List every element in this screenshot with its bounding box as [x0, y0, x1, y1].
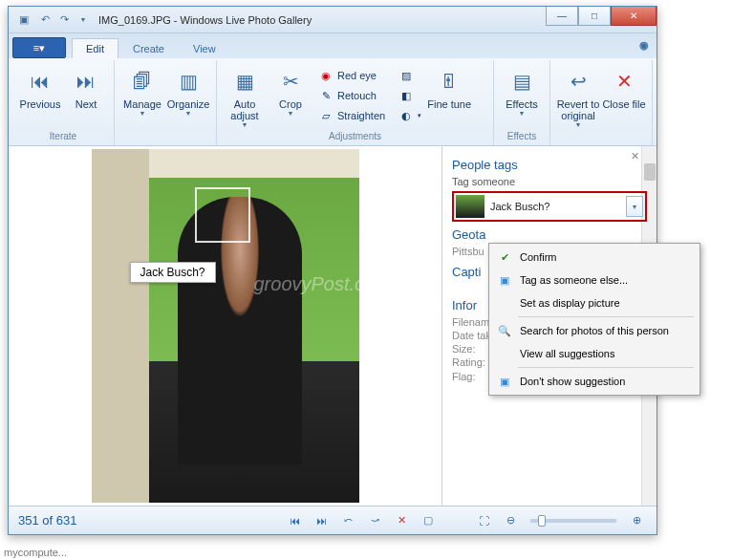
menu-tag-as-else[interactable]: ▣ Tag as someone else... — [491, 269, 698, 291]
titlebar: ▣ ↶ ↷ ▼ IMG_0169.JPG - Windows Live Phot… — [9, 7, 657, 33]
group-label-iterate: Iterate — [18, 131, 108, 143]
help-icon[interactable]: ◉ — [639, 39, 649, 52]
skip-forward-icon: ⏭ — [71, 66, 101, 97]
menu-separator — [518, 316, 694, 317]
close-button[interactable]: ✕ — [611, 7, 657, 26]
color-button[interactable]: ◧ — [395, 86, 425, 105]
red-eye-button[interactable]: ◉Red eye — [314, 66, 389, 85]
search-icon: 🔍 — [497, 323, 512, 338]
menu-confirm-label: Confirm — [520, 251, 557, 263]
taskbar-item[interactable]: mycompute... — [0, 545, 71, 560]
menu-search-label: Search for photos of this person — [520, 325, 669, 336]
menu-confirm[interactable]: ✔ Confirm — [491, 246, 698, 269]
skip-back-icon: ⏮ — [25, 66, 55, 97]
first-button[interactable]: ⏮ — [284, 511, 305, 530]
app-icon: ▣ — [16, 12, 32, 28]
zoom-in-button[interactable]: ⊕ — [626, 511, 647, 530]
previous-button[interactable]: ⏮ Previous — [18, 62, 62, 129]
menu-tag-as-label: Tag as someone else... — [520, 274, 628, 286]
crop-icon: ✂ — [275, 66, 306, 97]
window-title: IMG_0169.JPG - Windows Live Photo Galler… — [98, 14, 312, 26]
minimize-button[interactable]: — — [546, 7, 578, 26]
qat-dropdown-icon[interactable]: ▼ — [75, 12, 91, 28]
auto-adjust-button[interactable]: ▦ Auto adjust ▼ — [223, 62, 267, 129]
straighten-label: Straighten — [337, 110, 385, 121]
wand-icon: ▦ — [229, 66, 260, 97]
scrollbar-thumb[interactable] — [644, 163, 656, 181]
chevron-down-icon: ▼ — [242, 121, 248, 128]
quick-access-toolbar: ↶ ↷ ▼ — [37, 12, 91, 28]
check-icon: ✔ — [497, 249, 512, 265]
organize-button[interactable]: ▥ Organize ▼ — [166, 62, 210, 129]
menu-view-all-label: View all suggestions — [520, 348, 614, 359]
group-label-blank1 — [120, 131, 210, 143]
revert-button[interactable]: ↩ Revert to original ▼ — [556, 62, 600, 129]
group-revert: ↩ Revert to original ▼ ✕ Close file — [550, 60, 653, 145]
next-button[interactable]: ⏭ Next — [64, 62, 108, 129]
chevron-down-icon: ▼ — [288, 110, 294, 117]
face-suggestion-label[interactable]: Jack Busch? — [130, 262, 216, 283]
rotate-left-button[interactable]: ⤺ — [337, 511, 358, 530]
noise-button[interactable]: ▨ — [395, 66, 425, 85]
chevron-down-icon: ▼ — [140, 110, 146, 117]
zoom-slider-knob[interactable] — [538, 515, 546, 527]
tag-someone-link[interactable]: Tag someone — [452, 176, 647, 187]
auto-adjust-label: Auto adjust — [223, 98, 267, 121]
revert-label: Revert to original — [556, 98, 600, 121]
tab-view[interactable]: View — [179, 38, 230, 58]
manage-label: Manage — [123, 98, 161, 110]
last-button[interactable]: ⏭ — [311, 511, 332, 530]
eye-icon: ◉ — [318, 68, 334, 83]
panel-close-icon[interactable]: ✕ — [631, 150, 639, 162]
exposure-button[interactable]: ◐▾ — [395, 106, 425, 125]
copy-icon: 🗐 — [127, 66, 158, 97]
menu-view-all[interactable]: View all suggestions — [491, 342, 698, 365]
zoom-slider[interactable] — [530, 519, 616, 523]
organize-label: Organize — [167, 98, 210, 110]
effects-button[interactable]: ▤ Effects ▼ — [500, 62, 544, 129]
manage-button[interactable]: 🗐 Manage ▼ — [120, 62, 164, 129]
chevron-down-icon: ▼ — [519, 110, 526, 117]
person-thumbnail — [456, 195, 484, 218]
fine-tune-label: Fine tune — [427, 98, 471, 110]
redo-icon[interactable]: ↷ — [56, 12, 72, 28]
slideshow-button[interactable]: ▢ — [418, 511, 439, 530]
menu-set-display-label: Set as display picture — [520, 297, 620, 309]
ribbon: ⏮ Previous ⏭ Next Iterate 🗐 Manage ▼ ▥ — [9, 58, 657, 146]
tab-create[interactable]: Create — [118, 38, 179, 58]
group-manage: 🗐 Manage ▼ ▥ Organize ▼ — [115, 60, 217, 145]
crop-label: Crop — [279, 98, 302, 110]
group-label-effects: Effects — [500, 131, 544, 143]
photo-viewer[interactable]: Jack Busch? groovyPost.com — [9, 146, 441, 506]
previous-label: Previous — [20, 98, 61, 110]
menu-search-photos[interactable]: 🔍 Search for photos of this person — [491, 319, 698, 342]
group-adjustments: ▦ Auto adjust ▼ ✂ Crop ▼ ◉Red eye ✎Retou… — [217, 60, 494, 145]
group-effects: ▤ Effects ▼ Effects — [494, 60, 550, 145]
file-menu-button[interactable]: ≡▾ — [12, 37, 66, 58]
tab-edit[interactable]: Edit — [72, 38, 118, 58]
ruler-icon: ▱ — [318, 108, 334, 123]
menu-set-display[interactable]: Set as display picture — [491, 291, 698, 314]
undo-icon[interactable]: ↶ — [37, 12, 53, 28]
statusbar: 351 of 631 ⏮ ⏭ ⤺ ⤻ ✕ ▢ ⛶ ⊖ ⊕ — [9, 506, 657, 534]
ribbon-tabstrip: ≡▾ Edit Create View ◉ — [9, 33, 657, 58]
delete-button[interactable]: ✕ — [391, 511, 412, 530]
people-tags-heading: People tags — [452, 158, 647, 172]
effects-label: Effects — [506, 98, 537, 110]
straighten-button[interactable]: ▱Straighten — [314, 106, 389, 125]
face-detection-box[interactable] — [195, 187, 250, 243]
revert-icon: ↩ — [563, 66, 593, 97]
tag-dropdown-button[interactable]: ▾ — [626, 196, 643, 217]
chevron-down-icon: ▼ — [575, 121, 582, 128]
stack-icon: ▥ — [173, 66, 204, 97]
menu-dont-show[interactable]: ▣ Don't show suggestion — [491, 370, 698, 393]
maximize-button[interactable]: □ — [578, 7, 611, 26]
rotate-right-button[interactable]: ⤻ — [364, 511, 385, 530]
zoom-out-button[interactable]: ⊖ — [500, 511, 521, 530]
close-file-button[interactable]: ✕ Close file — [602, 62, 646, 129]
retouch-button[interactable]: ✎Retouch — [314, 86, 389, 105]
crop-button[interactable]: ✂ Crop ▼ — [269, 62, 312, 129]
fine-tune-button[interactable]: 🎚 Fine tune — [427, 62, 471, 129]
person-tag-suggestion[interactable]: Jack Busch? ▾ — [452, 191, 647, 222]
fit-button[interactable]: ⛶ — [473, 511, 494, 530]
